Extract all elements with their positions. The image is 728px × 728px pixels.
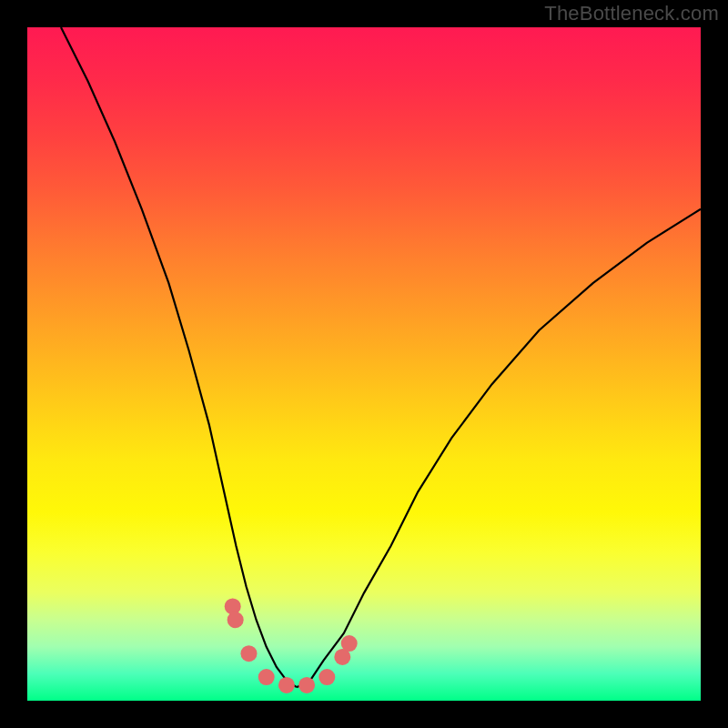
chart-frame: TheBottleneck.com bbox=[0, 0, 728, 728]
highlight-markers bbox=[225, 598, 358, 693]
watermark-text: TheBottleneck.com bbox=[544, 2, 719, 25]
plot-area bbox=[27, 27, 701, 701]
curves-svg bbox=[27, 27, 701, 701]
highlight-point bbox=[278, 677, 295, 693]
highlight-point bbox=[228, 612, 244, 628]
highlight-point bbox=[298, 677, 315, 693]
curve-right-branch bbox=[297, 209, 701, 687]
highlight-point bbox=[258, 669, 275, 685]
highlight-point bbox=[318, 669, 335, 685]
curve-left-branch bbox=[61, 27, 297, 687]
highlight-point bbox=[341, 635, 358, 652]
highlight-point bbox=[225, 598, 241, 614]
highlight-point bbox=[240, 645, 257, 662]
